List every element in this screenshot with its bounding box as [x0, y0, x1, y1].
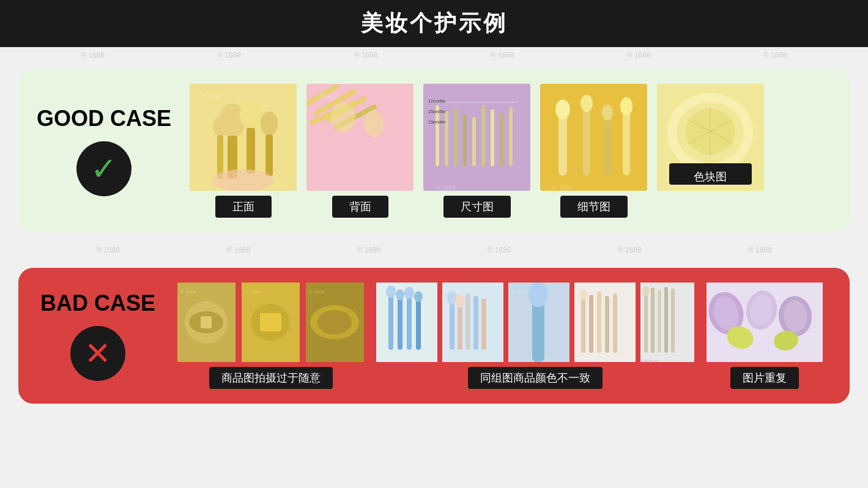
svg-text:17cm/6in: 17cm/6in	[428, 99, 446, 103]
svg-text:15cm/5in: 15cm/5in	[428, 109, 446, 114]
svg-rect-97	[644, 289, 648, 353]
watermark-row: ® 1688 ® 1688 ® 1688 ® 1688 ® 1688 ® 168…	[0, 47, 868, 63]
good-case-label: GOOD CASE	[37, 106, 171, 131]
svg-rect-62	[260, 313, 281, 331]
svg-rect-90	[581, 292, 585, 353]
svg-rect-82	[473, 296, 478, 350]
svg-point-38	[555, 100, 570, 119]
svg-point-85	[455, 294, 465, 308]
watermark-4: ® 1688	[491, 51, 514, 59]
svg-rect-23	[436, 105, 439, 166]
svg-rect-91	[589, 295, 593, 353]
svg-rect-39	[583, 102, 590, 176]
svg-rect-5	[247, 128, 255, 174]
svg-rect-94	[613, 294, 617, 353]
check-icon: ✓	[91, 153, 117, 185]
bad-group-repeat: ® 1688 图片重复	[707, 283, 823, 389]
mixed-images-row: stardust ® 1688 ® 1688 ® 1688	[376, 283, 694, 362]
image-size: 17cm/6in 15cm/5in 13cm/4in ® 1688	[423, 84, 530, 191]
good-case-images: ® 1688 正面	[190, 84, 831, 218]
content-area: GOOD CASE ✓	[0, 63, 868, 410]
watermark-6: ® 1688	[763, 51, 787, 59]
watermark-m2: ® 1688	[226, 246, 250, 254]
svg-rect-83	[481, 298, 486, 350]
label-detail: 细节图	[560, 196, 628, 218]
bad-label-mixed: 同组图商品颜色不一致	[468, 367, 603, 389]
svg-rect-58	[201, 316, 212, 328]
image-item-color: 色块图	[657, 84, 764, 218]
svg-rect-43	[623, 105, 630, 176]
page-header: 美妆个护示例	[0, 0, 868, 47]
svg-rect-25	[454, 108, 458, 166]
svg-rect-100	[664, 287, 668, 353]
image-item-front: ® 1688 正面	[190, 84, 297, 218]
svg-text:® 1688: ® 1688	[511, 289, 527, 295]
image-front: ® 1688	[190, 84, 297, 191]
image-back: ® 1688	[306, 84, 414, 191]
watermark-m1: ® 1688	[96, 246, 120, 254]
watermark-1: ® 1688	[81, 51, 105, 59]
repeat-images-row: ® 1688	[707, 283, 823, 362]
svg-text:13cm/4in: 13cm/4in	[428, 120, 446, 124]
bad-case-section: BAD CASE ✕	[18, 268, 850, 404]
watermark-m5: ® 1688	[618, 246, 642, 254]
cross-icon: ✕	[84, 338, 111, 369]
check-circle: ✓	[76, 141, 132, 196]
watermark-m3: ® 1688	[357, 246, 380, 254]
image-item-detail: ® 1688 细节图	[540, 84, 647, 218]
svg-text:® 1688: ® 1688	[379, 289, 395, 295]
watermark-5: ® 1688	[627, 51, 651, 59]
svg-point-40	[581, 95, 593, 112]
svg-text:stardust: stardust	[640, 358, 658, 363]
label-back: 背面	[332, 196, 388, 218]
svg-rect-101	[671, 289, 675, 353]
label-size: 尺寸图	[443, 196, 511, 218]
svg-text:® 1688: ® 1688	[552, 185, 573, 191]
svg-point-75	[396, 289, 404, 300]
bad-group-random: 5.5cm ® 1688 ® 1688 ® 1688 商品图拍摄过于	[177, 283, 364, 389]
svg-point-88	[529, 283, 548, 307]
bad-case-label-area: BAD CASE ✕	[37, 290, 159, 381]
good-case-label-area: GOOD CASE ✓	[37, 106, 171, 196]
svg-point-77	[414, 291, 423, 302]
svg-text:® 1688: ® 1688	[445, 289, 461, 295]
svg-point-8	[213, 117, 228, 136]
watermark-2: ® 1688	[217, 51, 241, 59]
svg-rect-71	[398, 292, 402, 350]
svg-rect-30	[500, 113, 503, 166]
header-title: 美妆个护示例	[361, 10, 508, 35]
svg-text:® 1688: ® 1688	[180, 289, 196, 295]
svg-point-6	[261, 111, 278, 136]
svg-point-4	[240, 100, 262, 129]
svg-rect-27	[472, 117, 476, 166]
svg-rect-92	[597, 292, 601, 353]
svg-rect-98	[651, 287, 655, 353]
good-case-section: GOOD CASE ✓	[18, 69, 850, 232]
svg-point-65	[317, 310, 352, 335]
watermark-m6: ® 1688	[748, 246, 772, 254]
watermark-row-2: ® 1688 ® 1688 ® 1688 ® 1688 ® 1688 ® 168…	[18, 242, 850, 258]
bad-group-mixed: stardust ® 1688 ® 1688 ® 1688 同组图商品颜色不一致	[376, 283, 694, 389]
svg-rect-29	[491, 109, 494, 166]
svg-rect-93	[605, 296, 609, 353]
svg-text:® 1688: ® 1688	[309, 289, 325, 295]
cross-circle: ✕	[70, 326, 125, 381]
svg-rect-99	[658, 290, 661, 353]
svg-point-42	[602, 105, 613, 120]
bad-label-repeat: 图片重复	[730, 367, 799, 389]
svg-rect-26	[463, 114, 467, 166]
svg-rect-36	[540, 84, 647, 191]
svg-rect-41	[604, 111, 610, 176]
svg-text:® 1688: ® 1688	[245, 289, 261, 295]
svg-point-44	[620, 97, 632, 116]
svg-point-95	[579, 289, 588, 300]
svg-text:® 1688: ® 1688	[436, 185, 456, 191]
image-item-back: ® 1688 背面	[306, 84, 414, 218]
random-images-row: 5.5cm ® 1688 ® 1688 ® 1688	[177, 283, 364, 362]
label-front: 正面	[215, 196, 272, 218]
image-item-size: 17cm/6in 15cm/5in 13cm/4in ® 1688 尺寸图	[423, 84, 530, 218]
image-detail: ® 1688	[540, 84, 647, 191]
svg-text:色块图: 色块图	[694, 171, 727, 183]
svg-point-76	[404, 287, 414, 299]
watermark-m4: ® 1688	[488, 246, 511, 254]
